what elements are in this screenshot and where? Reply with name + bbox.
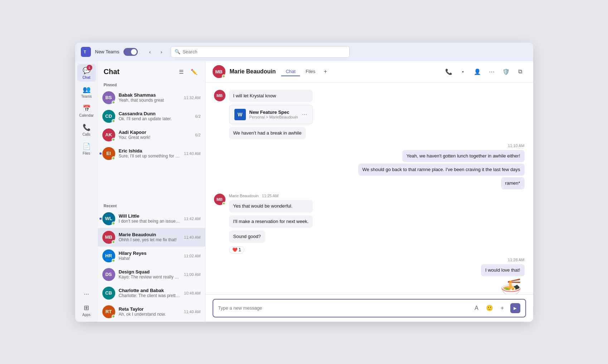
format-button[interactable]: A [472, 303, 482, 313]
recent-chat-list: WL Will Little I don't see that being an… [98, 209, 205, 322]
message-bubble: Yeah, we haven't gotten lunch together i… [402, 150, 525, 162]
filter-button[interactable]: ☰ [176, 67, 186, 77]
sidebar-item-calendar[interactable]: 📅 Calendar [77, 102, 96, 120]
chat-info: Babak Shammas Yeah, that sounds great [119, 92, 181, 103]
chat-item-design-squad[interactable]: DS Design Squad Kayo: The review went re… [98, 265, 205, 284]
chat-time: 11:00 AM [184, 272, 200, 277]
message-input-box: A 🙂 + ► [213, 299, 526, 317]
call-dropdown-button[interactable]: ▾ [457, 66, 469, 77]
chat-info: Reta Taylor Ah, ok I understand now. [119, 306, 181, 317]
message-avatar: MB [214, 194, 225, 205]
file-menu-button[interactable]: ⋯ [302, 111, 307, 118]
reaction-wrapper: ❤️ 1 [229, 246, 313, 253]
tab-files[interactable]: Files [301, 67, 320, 76]
main-content: 💬 1 Chat 👥 Teams 📅 Calendar 📞 Calls 📄 Fi… [75, 61, 533, 322]
call-button[interactable]: 📞 [443, 66, 454, 77]
calls-icon: 📞 [82, 123, 91, 132]
chat-time: 11:40 AM [184, 151, 200, 156]
chat-item-charlotte[interactable]: CB Charlotte and Babak Charlotte: The cl… [98, 284, 205, 302]
chat-item-cassandra[interactable]: CD Cassandra Dunn Ok. I'll send an updat… [98, 107, 205, 126]
chat-info: Eric Ishida Sure, I'll set up something … [119, 148, 181, 159]
status-badge [112, 156, 115, 160]
message-sender-time: Marie Beaudouin 11:25 AM [229, 194, 313, 198]
chat-info: Cassandra Dunn Ok. I'll send an update l… [119, 111, 192, 121]
status-badge [112, 119, 115, 123]
message-avatar: MB [214, 90, 225, 101]
apps-icon: ⊞ [82, 304, 91, 312]
back-button[interactable]: ‹ [145, 47, 155, 57]
chat-time: 11:32 AM [184, 96, 200, 100]
chat-name: Reta Taylor [119, 306, 181, 312]
chat-info: Charlotte and Babak Charlotte: The clien… [119, 288, 181, 298]
chat-info: Hilary Reyes Haha! [119, 251, 181, 261]
search-input[interactable] [183, 49, 346, 54]
title-bar: T New Teams ‹ › 🔍 [75, 43, 533, 61]
chat-panel-title: Chat [104, 68, 120, 76]
send-button[interactable]: ► [510, 303, 520, 313]
bubble-wrapper: I'll make a reservation for next week. [229, 215, 313, 228]
add-tab-button[interactable]: + [321, 67, 330, 76]
chat-item-marie[interactable]: MB Marie Beaudouin Ohhh I see, yes let m… [98, 228, 205, 247]
chat-preview: Ohhh I see, yes let me fix that! [119, 237, 181, 242]
sidebar-toggle-button[interactable]: 🛡️ [500, 66, 512, 77]
forward-button[interactable]: › [156, 47, 166, 57]
message-bubble: I would love that! [481, 264, 525, 276]
chat-preview: Ah, ok I understand now. [119, 312, 181, 317]
participants-button[interactable]: 👤 [472, 66, 483, 77]
pinned-chat-list: BS Babak Shammas Yeah, that sounds great… [98, 88, 205, 201]
message-bubble: I will let Krystal know [229, 90, 313, 102]
tab-chat[interactable]: Chat [281, 67, 300, 76]
chat-item-will[interactable]: WL Will Little I don't see that being an… [98, 209, 205, 228]
new-chat-button[interactable]: ✏️ [189, 67, 199, 77]
chat-name: Eric Ishida [119, 148, 181, 154]
emoji-button[interactable]: 🙂 [485, 303, 495, 313]
sidebar-item-apps[interactable]: ⊞ Apps [77, 301, 96, 319]
contact-name: Marie Beaudouin [230, 68, 276, 75]
chat-main: MB Marie Beaudouin Chat Files + 📞 ▾ 👤 ⋯ … [205, 61, 533, 322]
teams-icon: 👥 [82, 85, 91, 94]
chat-item-aadi[interactable]: AK Aadi Kapoor You: Great work! 6/2 [98, 126, 205, 144]
status-badge [112, 101, 115, 104]
chat-name: Babak Shammas [119, 92, 181, 98]
word-file-icon: W [234, 109, 246, 120]
header-actions: 📞 ▾ 👤 ⋯ 🛡️ ⧉ [443, 66, 526, 77]
more-options-button[interactable]: ⋯ [486, 66, 497, 77]
sent-messages: 11:28 AM I would love that! 🍜 [481, 258, 525, 294]
chat-preview: You: Great work! [119, 135, 192, 140]
sidebar-item-calls[interactable]: 📞 Calls [77, 121, 96, 139]
chat-name: Hilary Reyes [119, 251, 181, 256]
pop-out-button[interactable]: ⧉ [515, 66, 526, 77]
message-row: MB I will let Krystal know W New Feature… [214, 90, 525, 139]
sidebar-item-teams[interactable]: 👥 Teams [77, 83, 96, 101]
chat-item-joshua[interactable]: JV Joshua VanBuren Thanks for reviewing!… [98, 321, 205, 322]
status-badge [112, 222, 115, 225]
chat-time: 6/2 [195, 133, 200, 137]
sidebar-item-chat[interactable]: 💬 1 Chat [77, 64, 96, 82]
sidebar-item-files[interactable]: 📄 Files [77, 140, 96, 157]
message-content: I will let Krystal know W New Feature Sp… [229, 90, 313, 139]
status-badge [112, 138, 115, 141]
chat-item-hilary[interactable]: HR Hilary Reyes Haha! 11:02 AM [98, 247, 205, 265]
file-card[interactable]: W New Feature Spec Personal > MarieBeaud… [229, 105, 313, 124]
chat-name: Charlotte and Babak [119, 288, 181, 293]
chat-item-eric[interactable]: EI Eric Ishida Sure, I'll set up somethi… [98, 144, 205, 163]
message-input[interactable] [218, 305, 468, 311]
chat-preview: Haha! [119, 256, 181, 261]
recent-section-label: Recent [98, 201, 205, 209]
search-bar[interactable]: 🔍 [171, 46, 350, 58]
contact-avatar: MB [213, 65, 225, 78]
file-name: New Feature Spec [249, 110, 298, 115]
more-options-icon[interactable]: ··· [82, 288, 91, 300]
new-teams-toggle[interactable] [123, 48, 138, 56]
reaction-button[interactable]: ❤️ 1 [229, 246, 244, 253]
status-badge [112, 259, 115, 262]
message-time: 11:10 AM [508, 144, 524, 148]
chat-item-babak[interactable]: BS Babak Shammas Yeah, that sounds great… [98, 88, 205, 107]
chat-preview: Ok. I'll send an update later. [119, 116, 192, 121]
chat-item-reta[interactable]: RT Reta Taylor Ah, ok I understand now. … [98, 302, 205, 321]
avatar-status [222, 202, 225, 205]
chat-preview: Charlotte: The client was pretty happy w… [119, 293, 181, 298]
attach-button[interactable]: + [497, 303, 507, 313]
message-row: MB Marie Beaudouin 11:25 AM Yes that wou… [214, 194, 525, 253]
chat-preview: Yeah, that sounds great [119, 98, 181, 103]
